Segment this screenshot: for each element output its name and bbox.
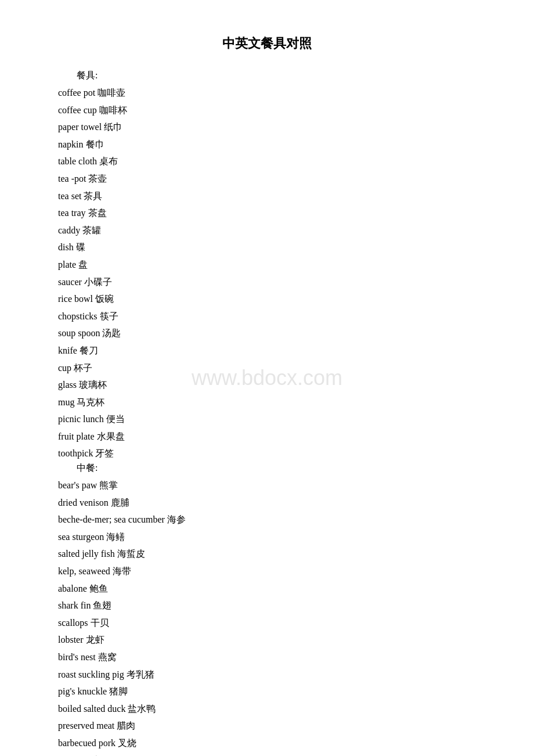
list-item: caddy 茶罐 <box>58 222 476 239</box>
list-item: soup spoon 汤匙 <box>58 325 476 342</box>
list-item: coffee pot 咖啡壶 <box>58 84 476 102</box>
list-item: glass 玻璃杯 <box>58 376 476 394</box>
list-item: roast suckling pig 考乳猪 <box>58 666 476 683</box>
list-item: paper towel 纸巾 <box>58 118 476 136</box>
list-item: cup 杯子 <box>58 359 476 377</box>
content-container: 餐具:coffee pot 咖啡壶coffee cup 咖啡杯paper tow… <box>58 70 476 756</box>
list-item: beche-de-mer; sea cucumber 海参 <box>58 511 476 528</box>
list-item: knife 餐刀 <box>58 342 476 359</box>
list-item: salted jelly fish 海蜇皮 <box>58 545 476 563</box>
list-item: napkin 餐巾 <box>58 136 476 153</box>
list-item: kelp, seaweed 海带 <box>58 563 476 580</box>
list-item: boiled salted duck 盐水鸭 <box>58 700 476 718</box>
section-header-0: 餐具: <box>58 70 476 82</box>
list-item: chopsticks 筷子 <box>58 308 476 325</box>
list-item: plate 盘 <box>58 256 476 273</box>
list-item: tea tray 茶盘 <box>58 204 476 222</box>
list-item: shark fin 鱼翅 <box>58 597 476 614</box>
list-item: dish 碟 <box>58 239 476 256</box>
list-item: mug 马克杯 <box>58 394 476 411</box>
list-item: abalone 鲍鱼 <box>58 580 476 597</box>
list-item: preserved meat 腊肉 <box>58 717 476 735</box>
page-title: 中英文餐具对照 <box>58 35 476 52</box>
list-item: fruit plate 水果盘 <box>58 428 476 445</box>
list-item: lobster 龙虾 <box>58 631 476 649</box>
list-item: pig's knuckle 猪脚 <box>58 683 476 700</box>
list-item: dried venison 鹿脯 <box>58 494 476 512</box>
list-item: bear's paw 熊掌 <box>58 477 476 494</box>
list-item: coffee cup 咖啡杯 <box>58 102 476 119</box>
list-item: sea sturgeon 海鳝 <box>58 528 476 546</box>
list-item: toothpick 牙签 <box>58 445 476 462</box>
section-list-0: coffee pot 咖啡壶coffee cup 咖啡杯paper towel … <box>58 84 476 462</box>
list-item: bird's nest 燕窝 <box>58 649 476 666</box>
list-item: barbecued pork 叉烧 <box>58 735 476 752</box>
list-item: scallops 干贝 <box>58 614 476 632</box>
section-header-1: 中餐: <box>58 462 476 474</box>
section-list-1: bear's paw 熊掌dried venison 鹿脯beche-de-me… <box>58 477 476 756</box>
list-item: picnic lunch 便当 <box>58 411 476 428</box>
list-item: saucer 小碟子 <box>58 273 476 291</box>
list-item: sausage 香肠 <box>58 752 476 756</box>
list-item: tea -pot 茶壶 <box>58 170 476 188</box>
list-item: tea set 茶具 <box>58 188 476 205</box>
list-item: table cloth 桌布 <box>58 153 476 170</box>
list-item: rice bowl 饭碗 <box>58 290 476 308</box>
